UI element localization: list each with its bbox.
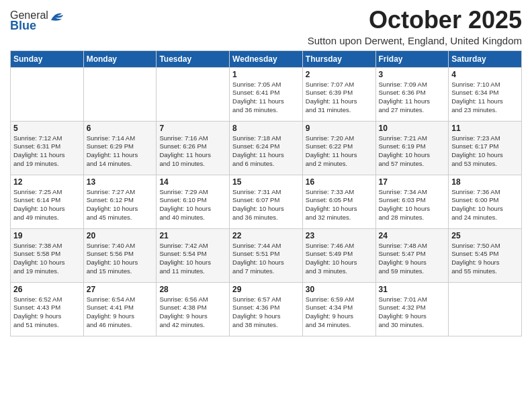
- day-number: 13: [87, 177, 154, 187]
- table-row: 4Sunrise: 7:10 AMSunset: 6:34 PMDaylight…: [449, 67, 522, 121]
- day-number: 22: [232, 231, 300, 240]
- calendar-table: Sunday Monday Tuesday Wednesday Thursday…: [10, 50, 522, 336]
- col-tuesday: Tuesday: [157, 50, 230, 67]
- day-info: Sunrise: 7:25 AMSunset: 6:14 PMDaylight:…: [13, 188, 81, 222]
- table-row: 18Sunrise: 7:36 AMSunset: 6:00 PMDayligh…: [449, 175, 522, 228]
- table-row: 13Sunrise: 7:27 AMSunset: 6:12 PMDayligh…: [83, 175, 157, 228]
- calendar-week-row: 5Sunrise: 7:12 AMSunset: 6:31 PMDaylight…: [11, 121, 522, 175]
- day-info: Sunrise: 7:12 AMSunset: 6:31 PMDaylight:…: [13, 134, 81, 169]
- day-info: Sunrise: 6:54 AMSunset: 4:41 PMDaylight:…: [87, 295, 154, 330]
- table-row: 30Sunrise: 6:59 AMSunset: 4:34 PMDayligh…: [302, 282, 375, 336]
- day-number: 11: [451, 124, 519, 133]
- location-subtitle: Sutton upon Derwent, England, United Kin…: [308, 35, 522, 46]
- col-thursday: Thursday: [302, 50, 375, 67]
- day-number: 21: [159, 231, 226, 240]
- table-row: 2Sunrise: 7:07 AMSunset: 6:39 PMDaylight…: [302, 67, 375, 121]
- day-number: 16: [306, 177, 373, 187]
- day-info: Sunrise: 7:07 AMSunset: 6:39 PMDaylight:…: [306, 81, 373, 115]
- day-number: 5: [13, 124, 81, 133]
- day-number: 4: [451, 70, 519, 79]
- calendar-header-row: Sunday Monday Tuesday Wednesday Thursday…: [11, 50, 522, 67]
- day-info: Sunrise: 6:56 AMSunset: 4:38 PMDaylight:…: [159, 295, 226, 330]
- day-info: Sunrise: 7:20 AMSunset: 6:22 PMDaylight:…: [306, 134, 373, 169]
- day-info: Sunrise: 7:42 AMSunset: 5:54 PMDaylight:…: [159, 242, 226, 276]
- day-info: Sunrise: 7:10 AMSunset: 6:34 PMDaylight:…: [451, 81, 519, 115]
- day-number: 29: [232, 285, 300, 294]
- day-number: 18: [451, 177, 519, 187]
- logo: General Blue: [10, 7, 64, 33]
- table-row: 31Sunrise: 7:01 AMSunset: 4:32 PMDayligh…: [375, 282, 449, 336]
- day-number: 15: [232, 177, 300, 187]
- calendar-week-row: 1Sunrise: 7:05 AMSunset: 6:41 PMDaylight…: [11, 67, 522, 121]
- day-info: Sunrise: 7:38 AMSunset: 5:58 PMDaylight:…: [13, 242, 81, 276]
- day-number: 31: [379, 285, 446, 294]
- col-wednesday: Wednesday: [230, 50, 303, 67]
- day-info: Sunrise: 7:16 AMSunset: 6:26 PMDaylight:…: [159, 134, 226, 169]
- table-row: 11Sunrise: 7:23 AMSunset: 6:17 PMDayligh…: [449, 121, 522, 175]
- day-number: 1: [232, 70, 300, 79]
- day-number: 23: [306, 231, 373, 240]
- day-number: 10: [379, 124, 446, 133]
- day-number: 14: [159, 177, 226, 187]
- day-info: Sunrise: 6:59 AMSunset: 4:34 PMDaylight:…: [306, 295, 373, 330]
- table-row: 12Sunrise: 7:25 AMSunset: 6:14 PMDayligh…: [11, 175, 84, 228]
- table-row: [83, 67, 157, 121]
- day-info: Sunrise: 7:31 AMSunset: 6:07 PMDaylight:…: [232, 188, 300, 222]
- day-info: Sunrise: 7:05 AMSunset: 6:41 PMDaylight:…: [232, 81, 300, 115]
- day-info: Sunrise: 6:52 AMSunset: 4:43 PMDaylight:…: [13, 295, 81, 330]
- logo-blue-text: Blue: [10, 19, 36, 33]
- table-row: 25Sunrise: 7:50 AMSunset: 5:45 PMDayligh…: [449, 228, 522, 282]
- table-row: 15Sunrise: 7:31 AMSunset: 6:07 PMDayligh…: [230, 175, 303, 228]
- table-row: 1Sunrise: 7:05 AMSunset: 6:41 PMDaylight…: [230, 67, 303, 121]
- day-number: 27: [87, 285, 154, 294]
- day-number: 30: [306, 285, 373, 294]
- title-block: October 2025 Sutton upon Derwent, Englan…: [308, 7, 522, 46]
- calendar-week-row: 19Sunrise: 7:38 AMSunset: 5:58 PMDayligh…: [11, 228, 522, 282]
- day-info: Sunrise: 7:14 AMSunset: 6:29 PMDaylight:…: [87, 134, 154, 169]
- table-row: 5Sunrise: 7:12 AMSunset: 6:31 PMDaylight…: [11, 121, 84, 175]
- day-info: Sunrise: 7:50 AMSunset: 5:45 PMDaylight:…: [451, 242, 519, 276]
- day-number: 24: [379, 231, 446, 240]
- day-number: 25: [451, 231, 519, 240]
- day-info: Sunrise: 7:48 AMSunset: 5:47 PMDaylight:…: [379, 242, 446, 276]
- day-info: Sunrise: 7:23 AMSunset: 6:17 PMDaylight:…: [451, 134, 519, 169]
- day-info: Sunrise: 7:44 AMSunset: 5:51 PMDaylight:…: [232, 242, 300, 276]
- day-info: Sunrise: 7:27 AMSunset: 6:12 PMDaylight:…: [87, 188, 154, 222]
- calendar-week-row: 26Sunrise: 6:52 AMSunset: 4:43 PMDayligh…: [11, 282, 522, 336]
- day-info: Sunrise: 7:29 AMSunset: 6:10 PMDaylight:…: [159, 188, 226, 222]
- day-info: Sunrise: 7:01 AMSunset: 4:32 PMDaylight:…: [379, 295, 446, 330]
- table-row: 9Sunrise: 7:20 AMSunset: 6:22 PMDaylight…: [302, 121, 375, 175]
- day-number: 3: [379, 70, 446, 79]
- table-row: 28Sunrise: 6:56 AMSunset: 4:38 PMDayligh…: [157, 282, 230, 336]
- day-info: Sunrise: 7:21 AMSunset: 6:19 PMDaylight:…: [379, 134, 446, 169]
- table-row: 19Sunrise: 7:38 AMSunset: 5:58 PMDayligh…: [11, 228, 84, 282]
- month-title: October 2025: [308, 7, 522, 34]
- day-info: Sunrise: 7:09 AMSunset: 6:36 PMDaylight:…: [379, 81, 446, 115]
- day-number: 2: [306, 70, 373, 79]
- table-row: 27Sunrise: 6:54 AMSunset: 4:41 PMDayligh…: [83, 282, 157, 336]
- table-row: 8Sunrise: 7:18 AMSunset: 6:24 PMDaylight…: [230, 121, 303, 175]
- table-row: 23Sunrise: 7:46 AMSunset: 5:49 PMDayligh…: [302, 228, 375, 282]
- day-info: Sunrise: 7:36 AMSunset: 6:00 PMDaylight:…: [451, 188, 519, 222]
- table-row: 26Sunrise: 6:52 AMSunset: 4:43 PMDayligh…: [11, 282, 84, 336]
- table-row: 3Sunrise: 7:09 AMSunset: 6:36 PMDaylight…: [375, 67, 449, 121]
- day-info: Sunrise: 7:40 AMSunset: 5:56 PMDaylight:…: [87, 242, 154, 276]
- day-info: Sunrise: 7:34 AMSunset: 6:03 PMDaylight:…: [379, 188, 446, 222]
- day-number: 6: [87, 124, 154, 133]
- table-row: 17Sunrise: 7:34 AMSunset: 6:03 PMDayligh…: [375, 175, 449, 228]
- table-row: 22Sunrise: 7:44 AMSunset: 5:51 PMDayligh…: [230, 228, 303, 282]
- table-row: 21Sunrise: 7:42 AMSunset: 5:54 PMDayligh…: [157, 228, 230, 282]
- day-number: 17: [379, 177, 446, 187]
- logo-bird-icon: [50, 11, 64, 21]
- table-row: 10Sunrise: 7:21 AMSunset: 6:19 PMDayligh…: [375, 121, 449, 175]
- header: General Blue October 2025 Sutton upon De…: [10, 7, 522, 46]
- day-number: 8: [232, 124, 300, 133]
- day-info: Sunrise: 7:18 AMSunset: 6:24 PMDaylight:…: [232, 134, 300, 169]
- day-number: 28: [159, 285, 226, 294]
- table-row: [11, 67, 84, 121]
- table-row: [157, 67, 230, 121]
- table-row: 7Sunrise: 7:16 AMSunset: 6:26 PMDaylight…: [157, 121, 230, 175]
- col-monday: Monday: [83, 50, 157, 67]
- day-number: 12: [13, 177, 81, 187]
- table-row: 6Sunrise: 7:14 AMSunset: 6:29 PMDaylight…: [83, 121, 157, 175]
